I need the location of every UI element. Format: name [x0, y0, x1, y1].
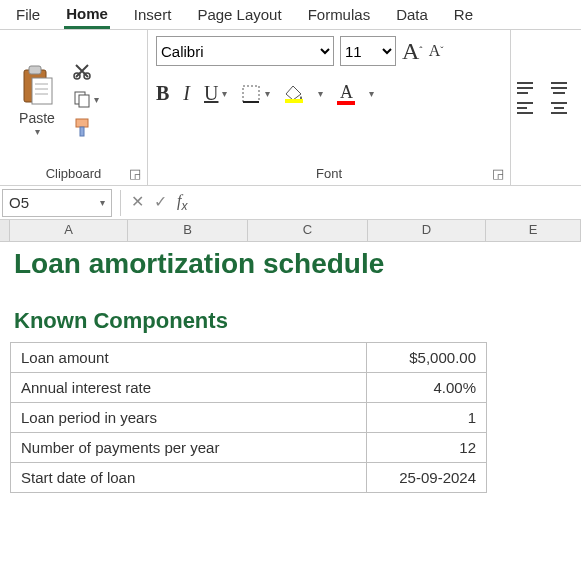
col-header-C[interactable]: C: [248, 220, 368, 241]
font-color-button[interactable]: A: [337, 82, 355, 105]
svg-rect-11: [80, 127, 84, 136]
known-components-table: Loan amount$5,000.00 Annual interest rat…: [10, 342, 487, 493]
select-all-corner[interactable]: [0, 220, 10, 241]
svg-rect-9: [79, 95, 89, 107]
group-alignment: [511, 30, 581, 185]
name-box-dropdown-icon[interactable]: ▾: [100, 197, 105, 208]
font-name-select[interactable]: Calibri: [156, 36, 334, 66]
svg-rect-12: [243, 86, 259, 102]
tab-home[interactable]: Home: [64, 0, 110, 29]
format-painter-button[interactable]: [72, 117, 99, 139]
fx-icon[interactable]: fx: [177, 192, 187, 213]
table-row[interactable]: Annual interest rate4.00%: [11, 373, 487, 403]
group-font: Calibri 11 Aˆ Aˇ B I U▾ ▾: [148, 30, 511, 185]
cancel-formula-icon[interactable]: ✕: [131, 192, 144, 213]
tab-file[interactable]: File: [14, 0, 42, 29]
tab-data[interactable]: Data: [394, 0, 430, 29]
tab-insert[interactable]: Insert: [132, 0, 174, 29]
bold-button[interactable]: B: [156, 82, 169, 105]
col-header-B[interactable]: B: [128, 220, 248, 241]
group-label-clipboard: Clipboard: [46, 166, 102, 181]
tab-formulas[interactable]: Formulas: [306, 0, 373, 29]
tab-page-layout[interactable]: Page Layout: [195, 0, 283, 29]
underline-button[interactable]: U▾: [204, 82, 227, 105]
borders-button[interactable]: ▾: [241, 84, 270, 104]
svg-rect-2: [32, 78, 52, 104]
svg-rect-10: [76, 119, 88, 127]
svg-rect-1: [29, 66, 41, 74]
increase-font-icon[interactable]: Aˆ: [402, 38, 423, 65]
clipboard-launcher-icon[interactable]: ◲: [129, 166, 141, 181]
table-row[interactable]: Start date of loan25-09-2024: [11, 463, 487, 493]
tab-review[interactable]: Re: [452, 0, 475, 29]
ribbon-tabs: File Home Insert Page Layout Formulas Da…: [0, 0, 581, 30]
col-header-D[interactable]: D: [368, 220, 486, 241]
cell-label[interactable]: Loan period in years: [11, 403, 367, 433]
align-center-icon[interactable]: [549, 101, 577, 115]
cell-label[interactable]: Number of payments per year: [11, 433, 367, 463]
paste-label[interactable]: Paste: [19, 110, 55, 126]
sheet-subtitle: Known Components: [10, 294, 581, 342]
font-size-select[interactable]: 11: [340, 36, 396, 66]
decrease-font-icon[interactable]: Aˇ: [429, 42, 444, 60]
table-row[interactable]: Number of payments per year12: [11, 433, 487, 463]
name-box[interactable]: O5 ▾: [2, 189, 112, 217]
copy-button[interactable]: ▾: [72, 89, 99, 109]
group-clipboard: Paste ▾ ▾ Clipboard ◲: [0, 30, 148, 185]
cell-label[interactable]: Annual interest rate: [11, 373, 367, 403]
worksheet[interactable]: Loan amortization schedule Known Compone…: [0, 242, 581, 493]
sheet-title: Loan amortization schedule: [10, 244, 581, 294]
cut-button[interactable]: [72, 61, 99, 81]
name-box-value: O5: [9, 194, 29, 211]
group-label-font: Font: [316, 166, 342, 181]
fill-color-button[interactable]: [284, 85, 304, 103]
formula-bar: O5 ▾ ✕ ✓ fx: [0, 186, 581, 220]
paste-dropdown-icon[interactable]: ▾: [35, 126, 40, 137]
table-row[interactable]: Loan period in years1: [11, 403, 487, 433]
align-top-icon[interactable]: [515, 81, 543, 95]
align-left-icon[interactable]: [515, 101, 543, 115]
align-middle-icon[interactable]: [549, 81, 577, 95]
col-header-A[interactable]: A: [10, 220, 128, 241]
column-headers: A B C D E: [0, 220, 581, 242]
cell-value[interactable]: 25-09-2024: [367, 463, 487, 493]
formula-input[interactable]: [193, 189, 581, 217]
cell-value[interactable]: $5,000.00: [367, 343, 487, 373]
col-header-E[interactable]: E: [486, 220, 581, 241]
italic-button[interactable]: I: [183, 82, 190, 105]
paste-icon[interactable]: [18, 64, 56, 108]
enter-formula-icon[interactable]: ✓: [154, 192, 167, 213]
cell-label[interactable]: Start date of loan: [11, 463, 367, 493]
font-launcher-icon[interactable]: ◲: [492, 166, 504, 181]
cell-value[interactable]: 12: [367, 433, 487, 463]
cell-label[interactable]: Loan amount: [11, 343, 367, 373]
cell-value[interactable]: 4.00%: [367, 373, 487, 403]
table-row[interactable]: Loan amount$5,000.00: [11, 343, 487, 373]
cell-value[interactable]: 1: [367, 403, 487, 433]
ribbon: Paste ▾ ▾ Clipboard ◲: [0, 30, 581, 186]
